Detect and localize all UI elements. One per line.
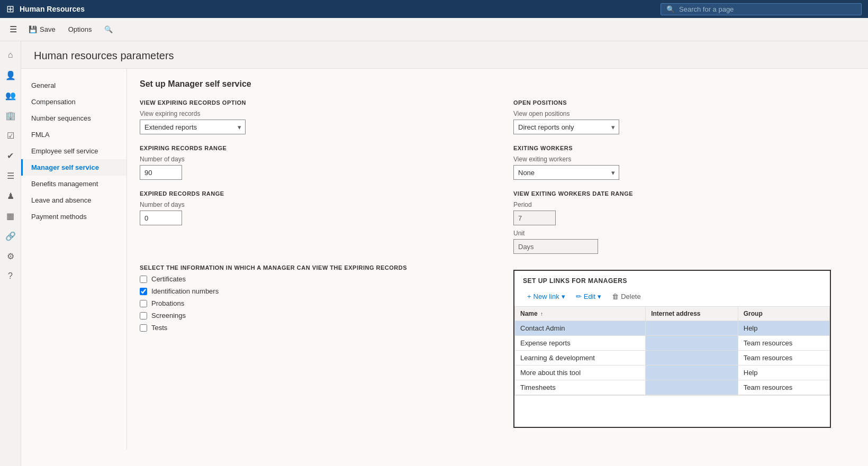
expiring-days-label: Number of days: [140, 156, 482, 163]
search-input[interactable]: [679, 5, 856, 13]
expired-days-label: Number of days: [140, 201, 482, 208]
select-info-section-header: SELECT THE INFORMATION IN WHICH A MANAGE…: [140, 264, 482, 271]
row-group: Team resources: [738, 336, 829, 351]
table-row[interactable]: Timesheets Team resources: [515, 380, 830, 395]
period-input[interactable]: [513, 211, 556, 225]
tests-checkbox[interactable]: [140, 324, 147, 332]
sidebar-item-number-sequences[interactable]: Number sequences: [21, 110, 126, 126]
sidebar-item-benefits-management[interactable]: Benefits management: [21, 176, 126, 192]
screenings-checkbox[interactable]: [140, 312, 147, 319]
question-icon[interactable]: ?: [1, 267, 20, 286]
menu-button[interactable]: ☰: [5, 22, 21, 37]
tests-label: Tests: [151, 324, 167, 332]
sidebar-item-payment-methods[interactable]: Payment methods: [21, 208, 126, 225]
sidebar-item-fmla[interactable]: FMLA: [21, 126, 126, 143]
save-icon: 💾: [29, 25, 37, 33]
link-icon[interactable]: 🔗: [1, 226, 20, 245]
certificates-label: Certificates: [151, 275, 186, 283]
view-expiring-label: View expiring records: [140, 110, 482, 117]
checkbox-item-tests: Tests: [140, 324, 482, 332]
view-open-positions-label: View open positions: [513, 110, 855, 117]
col-name[interactable]: Name ↑: [515, 307, 646, 321]
identification-label: Identification numbers: [151, 287, 219, 295]
row-group: Team resources: [738, 380, 829, 395]
row-internet-address: [646, 366, 738, 380]
sidebar-item-employee-self-service[interactable]: Employee self service: [21, 143, 126, 159]
new-link-button[interactable]: + New link ▾: [523, 291, 569, 302]
probations-checkbox[interactable]: [140, 300, 147, 307]
table-row[interactable]: Contact Admin Help: [515, 321, 830, 336]
links-table-header: Name ↑ Internet address Group: [515, 307, 830, 321]
probations-label: Probations: [151, 299, 184, 307]
person-icon[interactable]: 👤: [1, 66, 20, 85]
row-name: Contact Admin: [515, 321, 646, 336]
col-group[interactable]: Group: [738, 307, 829, 321]
open-positions-section-header: OPEN POSITIONS: [513, 99, 855, 106]
delete-button[interactable]: 🗑 Delete: [608, 291, 645, 302]
options-button[interactable]: Options: [63, 23, 97, 36]
form-row-1: VIEW EXPIRING RECORDS OPTION View expiri…: [140, 99, 855, 134]
new-link-chevron: ▾: [562, 293, 565, 300]
home-icon[interactable]: ⌂: [1, 45, 20, 65]
edit-button[interactable]: ✏ Edit ▾: [572, 291, 605, 302]
global-search-box[interactable]: 🔍: [661, 3, 862, 15]
certificates-checkbox[interactable]: [140, 276, 147, 283]
view-expiring-select-wrapper: Extended reports Direct reports only Non…: [140, 120, 246, 134]
side-icon-bar: ⌂ 👤 👥 🏢 ☑ ✔ ☰ ♟ ▦ 🔗 ⚙ ?: [0, 41, 21, 466]
view-expiring-select[interactable]: Extended reports Direct reports only Non…: [140, 120, 246, 134]
table-row[interactable]: Learning & development Team resources: [515, 351, 830, 366]
row-group: Help: [738, 321, 829, 336]
expiring-range-section-header: EXPIRING RECORDS RANGE: [140, 145, 482, 151]
delete-icon: 🗑: [612, 293, 619, 300]
expired-days-input[interactable]: [140, 211, 182, 225]
plus-icon: +: [527, 293, 531, 300]
links-table: Name ↑ Internet address Group: [514, 306, 830, 395]
checklist-icon[interactable]: ☑: [1, 126, 20, 145]
sidebar-item-manager-self-service[interactable]: Manager self service: [21, 159, 126, 176]
list-icon[interactable]: ☰: [1, 166, 20, 185]
expiring-days-input[interactable]: [140, 165, 182, 180]
new-link-label: New link: [534, 293, 559, 300]
table-row[interactable]: More about this tool Help: [515, 366, 830, 380]
table-row[interactable]: Expense reports Team resources: [515, 336, 830, 351]
search-button[interactable]: 🔍: [99, 23, 118, 36]
sidebar-item-compensation[interactable]: Compensation: [21, 94, 126, 110]
delete-label: Delete: [621, 293, 641, 300]
sidebar-item-general[interactable]: General: [21, 77, 126, 94]
view-exiting-label: View exiting workers: [513, 156, 855, 163]
search-icon: 🔍: [666, 5, 675, 13]
sidebar-item-leave-and-absence[interactable]: Leave and absence: [21, 192, 126, 208]
exiting-date-range-group: VIEW EXITING WORKERS DATE RANGE Period U…: [513, 190, 855, 254]
identification-checkbox[interactable]: [140, 288, 147, 295]
grid2-icon[interactable]: ▦: [1, 206, 20, 225]
screenings-label: Screenings: [151, 312, 186, 319]
content-area: Human resources parameters General Compe…: [21, 41, 868, 466]
row-internet-address: [646, 351, 738, 366]
form-row-2: EXPIRING RECORDS RANGE Number of days EX…: [140, 145, 855, 180]
save-button[interactable]: 💾 Save: [23, 23, 61, 36]
main-layout: ⌂ 👤 👥 🏢 ☑ ✔ ☰ ♟ ▦ 🔗 ⚙ ? Human resources …: [0, 41, 868, 466]
grid-icon[interactable]: ⊞: [6, 3, 14, 15]
view-exiting-select-wrapper: None Direct reports only Extended report…: [513, 165, 619, 180]
expiring-range-group: EXPIRING RECORDS RANGE Number of days: [140, 145, 482, 180]
org-icon[interactable]: 🏢: [1, 106, 20, 125]
group-icon[interactable]: 👥: [1, 86, 20, 105]
row-internet-address: [646, 336, 738, 351]
person2-icon[interactable]: ♟: [1, 186, 20, 205]
user-check-icon[interactable]: ✔: [1, 146, 20, 165]
period-label: Period: [513, 201, 855, 208]
search-icon-action: 🔍: [104, 25, 113, 33]
unit-input: [513, 239, 598, 254]
col-internet-address[interactable]: Internet address: [646, 307, 738, 321]
page-title: Human resources parameters: [34, 50, 855, 62]
view-expiring-group: VIEW EXPIRING RECORDS OPTION View expiri…: [140, 99, 482, 134]
view-exiting-select[interactable]: None Direct reports only Extended report…: [513, 165, 619, 180]
view-open-positions-select-wrapper: Direct reports only Extended reports Non…: [513, 120, 619, 134]
checkbox-group: Certificates Identification numbers Prob…: [140, 275, 482, 332]
action-bar: ☰ 💾 Save Options 🔍: [0, 18, 868, 41]
view-open-positions-select[interactable]: Direct reports only Extended reports Non…: [513, 120, 619, 134]
links-popup: SET UP LINKS FOR MANAGERS + New link ▾ ✏…: [513, 270, 831, 428]
checkbox-item-screenings: Screenings: [140, 312, 482, 319]
gear-icon[interactable]: ⚙: [1, 246, 20, 266]
exiting-workers-group: EXITING WORKERS View exiting workers Non…: [513, 145, 855, 180]
